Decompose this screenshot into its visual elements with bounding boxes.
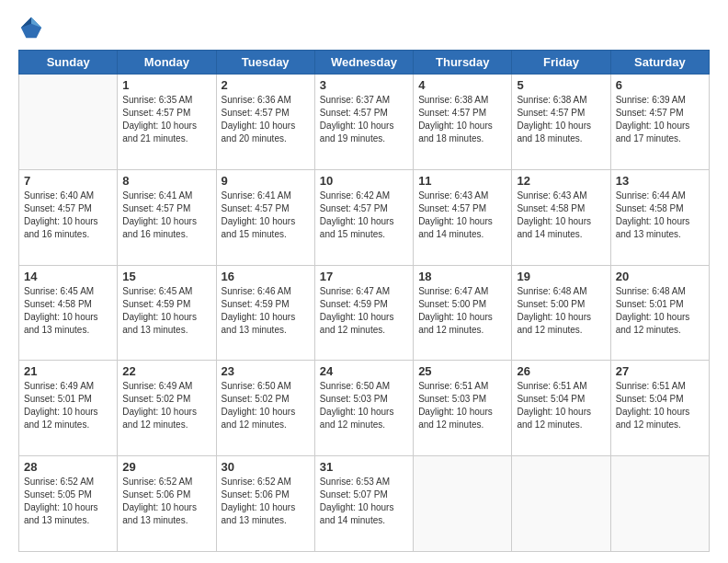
calendar-header-row: SundayMondayTuesdayWednesdayThursdayFrid… bbox=[19, 51, 710, 75]
cell-content: Sunrise: 6:52 AM Sunset: 5:06 PM Dayligh… bbox=[222, 476, 310, 527]
calendar-cell: 8Sunrise: 6:41 AM Sunset: 4:57 PM Daylig… bbox=[118, 169, 216, 265]
day-number: 7 bbox=[24, 174, 112, 188]
day-number: 19 bbox=[517, 270, 605, 283]
calendar-cell: 31Sunrise: 6:53 AM Sunset: 5:07 PM Dayli… bbox=[314, 456, 413, 552]
calendar-cell: 13Sunrise: 6:44 AM Sunset: 4:58 PM Dayli… bbox=[610, 169, 709, 265]
day-number: 29 bbox=[122, 460, 210, 474]
cell-content: Sunrise: 6:48 AM Sunset: 5:01 PM Dayligh… bbox=[616, 285, 704, 337]
cell-content: Sunrise: 6:38 AM Sunset: 4:57 PM Dayligh… bbox=[418, 94, 506, 145]
day-number: 8 bbox=[122, 174, 210, 188]
calendar-cell: 7Sunrise: 6:40 AM Sunset: 4:57 PM Daylig… bbox=[19, 169, 118, 265]
logo bbox=[18, 15, 48, 40]
day-number: 15 bbox=[122, 270, 210, 283]
calendar-week-row: 14Sunrise: 6:45 AM Sunset: 4:58 PM Dayli… bbox=[19, 265, 710, 361]
calendar-cell: 11Sunrise: 6:43 AM Sunset: 4:57 PM Dayli… bbox=[414, 169, 512, 265]
header bbox=[18, 15, 710, 40]
calendar-cell: 18Sunrise: 6:47 AM Sunset: 5:00 PM Dayli… bbox=[414, 265, 512, 361]
day-number: 3 bbox=[320, 78, 408, 92]
calendar-cell: 24Sunrise: 6:50 AM Sunset: 5:03 PM Dayli… bbox=[314, 361, 413, 456]
cell-content: Sunrise: 6:47 AM Sunset: 5:00 PM Dayligh… bbox=[418, 285, 506, 337]
day-number: 16 bbox=[222, 270, 310, 283]
calendar-cell: 25Sunrise: 6:51 AM Sunset: 5:03 PM Dayli… bbox=[414, 361, 512, 456]
cell-content: Sunrise: 6:45 AM Sunset: 4:58 PM Dayligh… bbox=[24, 285, 112, 337]
day-number: 12 bbox=[517, 174, 605, 188]
calendar-cell: 10Sunrise: 6:42 AM Sunset: 4:57 PM Dayli… bbox=[314, 169, 413, 265]
day-number: 11 bbox=[418, 174, 506, 188]
cell-content: Sunrise: 6:41 AM Sunset: 4:57 PM Dayligh… bbox=[222, 190, 310, 241]
calendar-day-header: Wednesday bbox=[314, 51, 413, 75]
cell-content: Sunrise: 6:43 AM Sunset: 4:58 PM Dayligh… bbox=[517, 190, 605, 241]
calendar-week-row: 7Sunrise: 6:40 AM Sunset: 4:57 PM Daylig… bbox=[19, 169, 710, 265]
calendar-cell: 27Sunrise: 6:51 AM Sunset: 5:04 PM Dayli… bbox=[610, 361, 709, 456]
calendar-cell: 21Sunrise: 6:49 AM Sunset: 5:01 PM Dayli… bbox=[19, 361, 118, 456]
day-number: 27 bbox=[616, 364, 704, 378]
cell-content: Sunrise: 6:45 AM Sunset: 4:59 PM Dayligh… bbox=[122, 285, 210, 337]
day-number: 22 bbox=[122, 364, 210, 378]
calendar-day-header: Saturday bbox=[610, 51, 709, 75]
day-number: 14 bbox=[24, 270, 112, 283]
day-number: 23 bbox=[222, 364, 310, 378]
logo-icon bbox=[18, 15, 44, 40]
cell-content: Sunrise: 6:41 AM Sunset: 4:57 PM Dayligh… bbox=[122, 190, 210, 241]
day-number: 4 bbox=[418, 78, 506, 92]
calendar-table: SundayMondayTuesdayWednesdayThursdayFrid… bbox=[18, 50, 710, 552]
calendar-cell: 16Sunrise: 6:46 AM Sunset: 4:59 PM Dayli… bbox=[216, 265, 314, 361]
day-number: 18 bbox=[418, 270, 506, 283]
day-number: 25 bbox=[418, 364, 506, 378]
calendar-day-header: Tuesday bbox=[216, 51, 314, 75]
cell-content: Sunrise: 6:52 AM Sunset: 5:05 PM Dayligh… bbox=[24, 476, 112, 527]
cell-content: Sunrise: 6:42 AM Sunset: 4:57 PM Dayligh… bbox=[320, 190, 408, 241]
calendar-cell: 29Sunrise: 6:52 AM Sunset: 5:06 PM Dayli… bbox=[118, 456, 216, 552]
day-number: 17 bbox=[320, 270, 408, 283]
day-number: 10 bbox=[320, 174, 408, 188]
calendar-day-header: Sunday bbox=[19, 51, 118, 75]
calendar-cell: 9Sunrise: 6:41 AM Sunset: 4:57 PM Daylig… bbox=[216, 169, 314, 265]
day-number: 31 bbox=[320, 460, 408, 474]
cell-content: Sunrise: 6:50 AM Sunset: 5:03 PM Dayligh… bbox=[320, 380, 408, 431]
calendar-cell: 1Sunrise: 6:35 AM Sunset: 4:57 PM Daylig… bbox=[118, 75, 216, 170]
calendar-cell: 14Sunrise: 6:45 AM Sunset: 4:58 PM Dayli… bbox=[19, 265, 118, 361]
cell-content: Sunrise: 6:40 AM Sunset: 4:57 PM Dayligh… bbox=[24, 190, 112, 241]
calendar-cell: 3Sunrise: 6:37 AM Sunset: 4:57 PM Daylig… bbox=[314, 75, 413, 170]
cell-content: Sunrise: 6:49 AM Sunset: 5:01 PM Dayligh… bbox=[24, 380, 112, 431]
calendar-cell: 6Sunrise: 6:39 AM Sunset: 4:57 PM Daylig… bbox=[610, 75, 709, 170]
day-number: 9 bbox=[222, 174, 310, 188]
day-number: 1 bbox=[122, 78, 210, 92]
day-number: 13 bbox=[616, 174, 704, 188]
calendar-cell: 15Sunrise: 6:45 AM Sunset: 4:59 PM Dayli… bbox=[118, 265, 216, 361]
cell-content: Sunrise: 6:35 AM Sunset: 4:57 PM Dayligh… bbox=[122, 94, 210, 145]
day-number: 2 bbox=[222, 78, 310, 92]
calendar-week-row: 28Sunrise: 6:52 AM Sunset: 5:05 PM Dayli… bbox=[19, 456, 710, 552]
calendar-day-header: Friday bbox=[512, 51, 610, 75]
cell-content: Sunrise: 6:44 AM Sunset: 4:58 PM Dayligh… bbox=[616, 190, 704, 241]
cell-content: Sunrise: 6:51 AM Sunset: 5:03 PM Dayligh… bbox=[418, 380, 506, 431]
calendar-cell: 22Sunrise: 6:49 AM Sunset: 5:02 PM Dayli… bbox=[118, 361, 216, 456]
day-number: 6 bbox=[616, 78, 704, 92]
calendar-cell: 2Sunrise: 6:36 AM Sunset: 4:57 PM Daylig… bbox=[216, 75, 314, 170]
day-number: 28 bbox=[24, 460, 112, 474]
cell-content: Sunrise: 6:52 AM Sunset: 5:06 PM Dayligh… bbox=[122, 476, 210, 527]
calendar-day-header: Monday bbox=[118, 51, 216, 75]
day-number: 26 bbox=[517, 364, 605, 378]
calendar-day-header: Thursday bbox=[414, 51, 512, 75]
calendar-week-row: 21Sunrise: 6:49 AM Sunset: 5:01 PM Dayli… bbox=[19, 361, 710, 456]
calendar-cell bbox=[610, 456, 709, 552]
calendar-cell: 23Sunrise: 6:50 AM Sunset: 5:02 PM Dayli… bbox=[216, 361, 314, 456]
cell-content: Sunrise: 6:51 AM Sunset: 5:04 PM Dayligh… bbox=[517, 380, 605, 431]
calendar-cell: 5Sunrise: 6:38 AM Sunset: 4:57 PM Daylig… bbox=[512, 75, 610, 170]
cell-content: Sunrise: 6:53 AM Sunset: 5:07 PM Dayligh… bbox=[320, 476, 408, 527]
cell-content: Sunrise: 6:46 AM Sunset: 4:59 PM Dayligh… bbox=[222, 285, 310, 337]
cell-content: Sunrise: 6:47 AM Sunset: 4:59 PM Dayligh… bbox=[320, 285, 408, 337]
cell-content: Sunrise: 6:48 AM Sunset: 5:00 PM Dayligh… bbox=[517, 285, 605, 337]
calendar-cell: 30Sunrise: 6:52 AM Sunset: 5:06 PM Dayli… bbox=[216, 456, 314, 552]
cell-content: Sunrise: 6:39 AM Sunset: 4:57 PM Dayligh… bbox=[616, 94, 704, 145]
cell-content: Sunrise: 6:38 AM Sunset: 4:57 PM Dayligh… bbox=[517, 94, 605, 145]
calendar-cell: 28Sunrise: 6:52 AM Sunset: 5:05 PM Dayli… bbox=[19, 456, 118, 552]
day-number: 5 bbox=[517, 78, 605, 92]
day-number: 30 bbox=[222, 460, 310, 474]
calendar-cell: 17Sunrise: 6:47 AM Sunset: 4:59 PM Dayli… bbox=[314, 265, 413, 361]
calendar-cell bbox=[512, 456, 610, 552]
calendar-cell: 4Sunrise: 6:38 AM Sunset: 4:57 PM Daylig… bbox=[414, 75, 512, 170]
calendar-cell: 19Sunrise: 6:48 AM Sunset: 5:00 PM Dayli… bbox=[512, 265, 610, 361]
cell-content: Sunrise: 6:51 AM Sunset: 5:04 PM Dayligh… bbox=[616, 380, 704, 431]
